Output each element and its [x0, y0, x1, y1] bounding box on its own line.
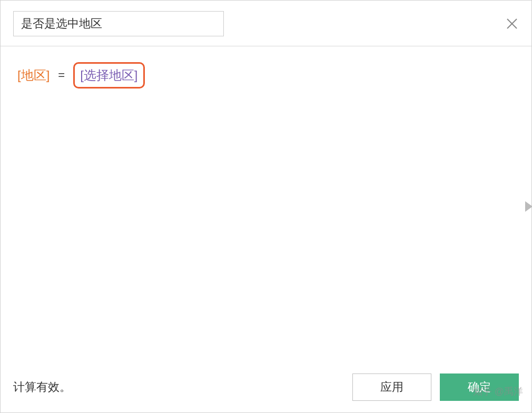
- formula-parameter-highlight[interactable]: [选择地区]: [73, 62, 144, 88]
- formula-editor-area[interactable]: [地区] = [选择地区]: [1, 46, 531, 364]
- footer-row: 计算有效。 应用 确定: [1, 364, 531, 412]
- field-name-input[interactable]: [13, 11, 224, 36]
- formula-field-token[interactable]: [地区]: [17, 67, 50, 84]
- confirm-button[interactable]: 确定: [440, 373, 519, 401]
- validation-status-text: 计算有效。: [13, 379, 71, 395]
- dialog-container: [地区] = [选择地区] 计算有效。 应用 确定 知乎 @禹洋: [0, 0, 532, 413]
- expand-panel-arrow-icon[interactable]: [525, 201, 532, 212]
- close-icon[interactable]: [505, 17, 519, 31]
- formula-line: [地区] = [选择地区]: [17, 62, 519, 88]
- formula-operator: =: [56, 68, 67, 82]
- apply-button[interactable]: 应用: [352, 373, 431, 401]
- header-row: [1, 1, 531, 46]
- formula-parameter-token: [选择地区]: [80, 67, 137, 84]
